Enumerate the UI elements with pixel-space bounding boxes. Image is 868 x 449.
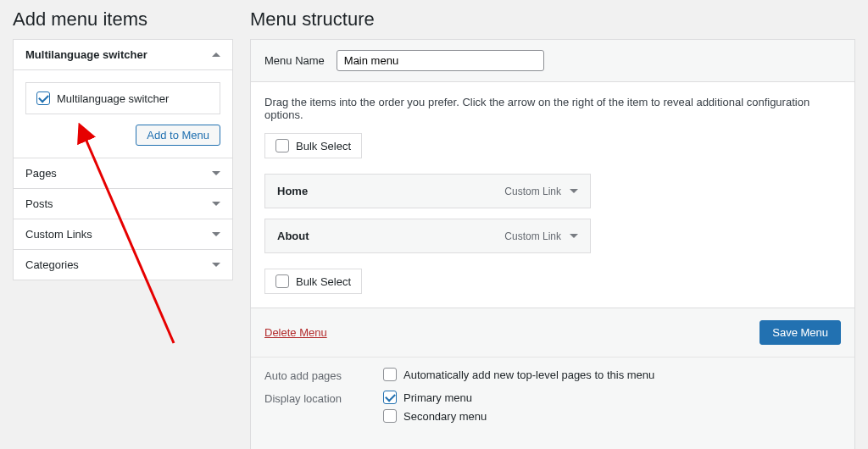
caret-down-icon bbox=[212, 232, 220, 236]
caret-down-icon bbox=[212, 263, 220, 267]
auto-pages-label: Auto add pages bbox=[264, 368, 383, 382]
menu-structure-title: Menu structure bbox=[250, 8, 855, 30]
bulk-select-top[interactable]: Bulk Select bbox=[264, 133, 362, 158]
caret-up-icon bbox=[212, 53, 220, 57]
checkbox-icon[interactable] bbox=[383, 391, 397, 404]
menu-item-title: Home bbox=[277, 185, 308, 197]
instructions-text: Drag the items into the order you prefer… bbox=[264, 96, 841, 121]
checkbox-icon[interactable] bbox=[383, 368, 397, 381]
checkbox-icon[interactable] bbox=[275, 274, 289, 288]
bulk-select-label: Bulk Select bbox=[296, 140, 351, 152]
checkbox-label: Multilanguage switcher bbox=[57, 92, 169, 105]
add-menu-items-title: Add menu items bbox=[13, 8, 233, 30]
auto-add-pages-option[interactable]: Automatically add new top-level pages to… bbox=[383, 368, 654, 381]
menu-item-type: Custom Link bbox=[504, 230, 561, 242]
accordion-body: Multilanguage switcher Add to Menu bbox=[14, 70, 232, 158]
caret-down-icon bbox=[212, 202, 220, 206]
checkbox-icon[interactable] bbox=[383, 409, 397, 423]
delete-menu-link[interactable]: Delete Menu bbox=[264, 326, 327, 339]
menu-name-label: Menu Name bbox=[264, 54, 325, 67]
option-label: Primary menu bbox=[403, 391, 472, 404]
bulk-select-bottom[interactable]: Bulk Select bbox=[264, 269, 362, 294]
add-to-menu-button[interactable]: Add to Menu bbox=[136, 125, 220, 146]
option-label: Automatically add new top-level pages to… bbox=[403, 369, 654, 381]
menu-item[interactable]: About Custom Link bbox=[264, 219, 591, 253]
accordion-pages[interactable]: Pages bbox=[14, 158, 232, 189]
accordion-label: Posts bbox=[25, 197, 53, 210]
accordion-posts[interactable]: Posts bbox=[14, 189, 232, 219]
accordion-label: Multilanguage switcher bbox=[25, 48, 147, 61]
multilanguage-switcher-option[interactable]: Multilanguage switcher bbox=[25, 82, 220, 114]
accordion-label: Categories bbox=[25, 258, 79, 271]
caret-down-icon[interactable] bbox=[570, 189, 578, 193]
checkbox-icon[interactable] bbox=[275, 139, 289, 152]
menu-item-type: Custom Link bbox=[504, 186, 561, 197]
menu-name-input[interactable] bbox=[337, 50, 544, 71]
accordion-multilanguage-switcher[interactable]: Multilanguage switcher bbox=[14, 40, 232, 70]
display-location-label: Display location bbox=[264, 391, 383, 423]
save-menu-button[interactable]: Save Menu bbox=[760, 320, 841, 345]
accordion-label: Custom Links bbox=[25, 228, 92, 241]
secondary-menu-option[interactable]: Secondary menu bbox=[383, 409, 487, 423]
menu-item-title: About bbox=[277, 230, 309, 242]
caret-down-icon bbox=[212, 171, 220, 175]
bulk-select-label: Bulk Select bbox=[296, 275, 351, 288]
accordion-label: Pages bbox=[25, 167, 57, 180]
menu-item[interactable]: Home Custom Link bbox=[264, 174, 591, 208]
accordion-custom-links[interactable]: Custom Links bbox=[14, 219, 232, 250]
option-label: Secondary menu bbox=[403, 410, 487, 423]
caret-down-icon[interactable] bbox=[570, 234, 578, 238]
accordion-categories[interactable]: Categories bbox=[14, 250, 232, 280]
menu-items-accordion: Multilanguage switcher Multilanguage swi… bbox=[13, 39, 233, 280]
menu-structure-panel: Menu Name Drag the items into the order … bbox=[250, 39, 855, 449]
menu-items-list: Home Custom Link About Custom Link bbox=[264, 174, 841, 253]
primary-menu-option[interactable]: Primary menu bbox=[383, 391, 487, 404]
checkbox-icon[interactable] bbox=[36, 91, 50, 105]
